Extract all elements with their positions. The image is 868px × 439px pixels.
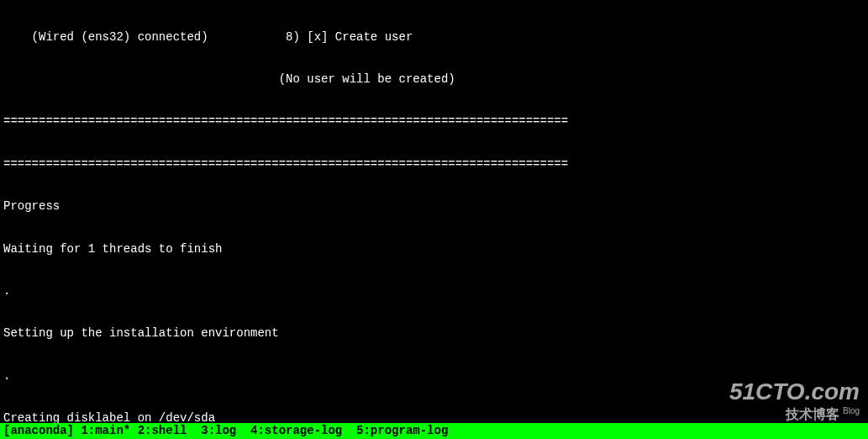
watermark-sub: 技术博客 [786, 407, 839, 421]
watermark-main: 51CTO.com [729, 378, 860, 406]
header-mid: 8) [x] Create user [208, 30, 413, 44]
separator-1: ========================================… [3, 114, 865, 129]
header-line-2: (No user will be created) [3, 72, 865, 87]
header-line-1: (Wired (ens32) connected) 8) [x] Create … [3, 30, 865, 45]
log-line: Waiting for 1 threads to finish [3, 242, 865, 257]
tmux-status-bar[interactable]: [anaconda] 1:main* 2:shell 3:log 4:stora… [0, 423, 868, 439]
progress-label: Progress [3, 199, 865, 214]
log-line: Setting up the installation environment [3, 326, 865, 341]
terminal-output: (Wired (ens32) connected) 8) [x] Create … [0, 0, 868, 439]
watermark-blog: Blog [843, 406, 860, 415]
watermark: 51CTO.com 技术博客 Blog [729, 378, 860, 422]
header-left: (Wired (ens32) connected) [3, 30, 208, 44]
separator-2: ========================================… [3, 157, 865, 172]
log-line: . [3, 284, 865, 299]
